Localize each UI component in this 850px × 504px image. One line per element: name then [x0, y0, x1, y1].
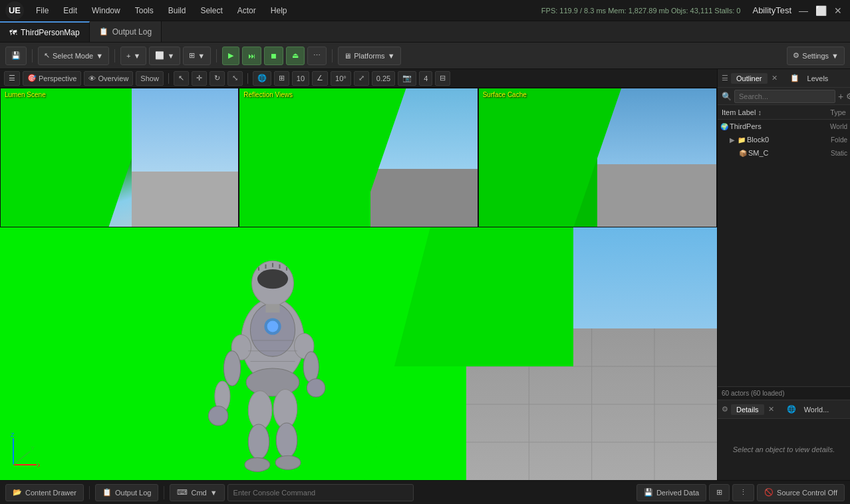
maximize-button[interactable]: ⬜	[814, 4, 827, 17]
camera-value[interactable]: 4	[419, 71, 432, 86]
sort-icon: ↕	[758, 108, 762, 116]
settings-button[interactable]: ⚙ Settings ▼	[787, 47, 845, 65]
stop-button[interactable]: ⏹	[264, 47, 283, 65]
menu-tools[interactable]: Tools	[128, 5, 160, 17]
search-input[interactable]	[734, 90, 835, 103]
cmd-button[interactable]: ⌨ Cmd ▼	[170, 484, 224, 501]
layout-grid-btn[interactable]: ⊟	[435, 71, 450, 86]
main-viewport[interactable]: Z X Y	[0, 227, 717, 480]
play-button[interactable]: ▶	[222, 47, 239, 65]
vp-separator-1	[168, 73, 169, 84]
cursor-icon: ↖	[44, 51, 50, 60]
bottom-sep-1	[89, 486, 90, 499]
play-icon: ▶	[228, 51, 233, 60]
outliner-row-block0[interactable]: ▶ 📁 Block0 Folde	[718, 133, 850, 146]
robot-character	[180, 227, 366, 480]
rotate-tool[interactable]: ↻	[210, 71, 225, 86]
toolbar-right: ⚙ Settings ▼	[787, 47, 845, 65]
menu-actor[interactable]: Actor	[231, 5, 263, 17]
outliner-panel: ☰ Outliner ✕ 📋 Levels 🔍 + ⚙ Item Label ↕…	[718, 69, 850, 400]
menu-select[interactable]: Select	[194, 5, 229, 17]
layout-button[interactable]: ⊞ ▼	[183, 47, 211, 65]
angle-value[interactable]: 10°	[331, 71, 351, 86]
select-mode-button[interactable]: ↖ Select Mode ▼	[38, 47, 109, 65]
add-outliner-icon[interactable]: +	[838, 91, 843, 102]
outliner-close-icon[interactable]: ✕	[770, 74, 779, 83]
small-viewport-2[interactable]: Reflection Views	[239, 88, 478, 227]
grid-icon-btn[interactable]: ⊞	[274, 71, 289, 86]
details-tab[interactable]: Details	[731, 404, 764, 415]
outliner-row-thirdpers-type: World	[807, 123, 847, 130]
menu-help[interactable]: Help	[264, 5, 294, 17]
svg-text:Z: Z	[11, 432, 15, 438]
outliner-row-thirdpers[interactable]: 🌍 ThirdPers World	[718, 120, 850, 133]
outliner-row-smc[interactable]: 📦 SM_C Static	[718, 146, 850, 160]
console-input[interactable]	[227, 484, 414, 501]
bottom-right: 💾 Derived Data ⊞ ⋮ 🚫 Source Control Off	[637, 484, 845, 501]
outliner-tab[interactable]: Outliner	[731, 73, 768, 84]
overview-button[interactable]: 👁 Overview	[84, 71, 133, 86]
source-control-icon: 🚫	[764, 488, 774, 497]
item-label-col[interactable]: Item Label ↕	[722, 108, 806, 116]
translate-tool[interactable]: ✛	[192, 71, 207, 86]
select-tool[interactable]: ↖	[174, 71, 189, 86]
menu-build[interactable]: Build	[162, 5, 193, 17]
add-button[interactable]: + ▼	[120, 47, 146, 65]
viewport-toolbar: ☰ 🎯 Perspective 👁 Overview Show ↖ ✛ ↻ ⤡ …	[0, 69, 717, 88]
angle-tool[interactable]: ∠	[312, 71, 328, 86]
levels-tab[interactable]: Levels	[802, 73, 834, 84]
menu-edit[interactable]: Edit	[57, 5, 84, 17]
cmd-label: Cmd	[191, 489, 206, 497]
vp2-content	[239, 88, 477, 227]
minimize-button[interactable]: —	[797, 4, 810, 17]
close-button[interactable]: ✕	[831, 4, 845, 17]
small-viewport-1[interactable]: Lumen Scene	[0, 88, 239, 227]
world-settings-tab[interactable]: World...	[799, 404, 835, 415]
derived-data-label: Derived Data	[656, 489, 699, 497]
content-drawer-button[interactable]: 📂 Content Drawer	[5, 484, 84, 501]
eject-button[interactable]: ⏏	[286, 47, 305, 65]
play-options-button[interactable]: ⋯	[307, 47, 327, 65]
output-log-icon: 📋	[102, 488, 112, 497]
menu-file[interactable]: File	[29, 5, 55, 17]
tab-thirdpersonmap[interactable]: 🗺 ThirdPersonMap	[0, 21, 90, 42]
content-icon: ⬜	[155, 51, 164, 60]
world-icon-btn[interactable]: 🌐	[253, 71, 271, 86]
toolbar-separator-3	[216, 49, 217, 63]
scale-tool-btn[interactable]: ⤢	[354, 71, 369, 86]
details-close-icon[interactable]: ✕	[767, 405, 776, 414]
content-button[interactable]: ⬜ ▼	[149, 47, 180, 65]
tab-outputlog[interactable]: 📋 Output Log	[90, 21, 162, 42]
menu-extra-button[interactable]: ⋮	[732, 484, 754, 501]
map-icon: 🗺	[9, 29, 17, 37]
perf-stats: FPS: 119.9 / 8.3 ms Mem: 1,827.89 mb Obj…	[541, 7, 741, 15]
small-viewport-3[interactable]: Surface Cache	[478, 88, 717, 227]
title-bar: UE File Edit Window Tools Build Select A…	[0, 0, 850, 21]
platforms-button[interactable]: 🖥 Platforms ▼	[338, 47, 400, 65]
main-layout: ☰ 🎯 Perspective 👁 Overview Show ↖ ✛ ↻ ⤡ …	[0, 69, 850, 480]
show-button[interactable]: Show	[136, 71, 164, 86]
camera-tool[interactable]: 📷	[398, 71, 416, 86]
scale-value[interactable]: 0.25	[372, 71, 395, 86]
static-row-icon: 📦	[739, 150, 747, 157]
source-control-button[interactable]: 🚫 Source Control Off	[757, 484, 845, 501]
perspective-button[interactable]: 🎯 Perspective	[23, 71, 81, 86]
svg-point-19	[223, 351, 240, 386]
viewport-menu-button[interactable]: ☰	[4, 71, 20, 86]
levels-tab-icon: 📋	[790, 74, 799, 82]
save-button[interactable]: 💾	[5, 47, 27, 65]
step-button[interactable]: ⏭	[242, 47, 261, 65]
extra-menu-icon: ⋮	[740, 488, 747, 497]
layout-icon: ⊞	[189, 51, 195, 60]
vp-separator-2	[247, 73, 248, 84]
add-icon: +	[126, 52, 130, 60]
grid-value[interactable]: 10	[292, 71, 309, 86]
select-mode-dropdown-icon: ▼	[96, 52, 103, 60]
menu-window[interactable]: Window	[85, 5, 127, 17]
scale-tool[interactable]: ⤡	[227, 71, 243, 86]
output-log-button[interactable]: 📋 Output Log	[95, 484, 158, 501]
outliner-settings-icon[interactable]: ⚙	[846, 92, 850, 101]
viewport-container[interactable]: ☰ 🎯 Perspective 👁 Overview Show ↖ ✛ ↻ ⤡ …	[0, 69, 717, 480]
derived-data-button[interactable]: 💾 Derived Data	[637, 484, 706, 501]
notifications-button[interactable]: ⊞	[709, 484, 730, 501]
